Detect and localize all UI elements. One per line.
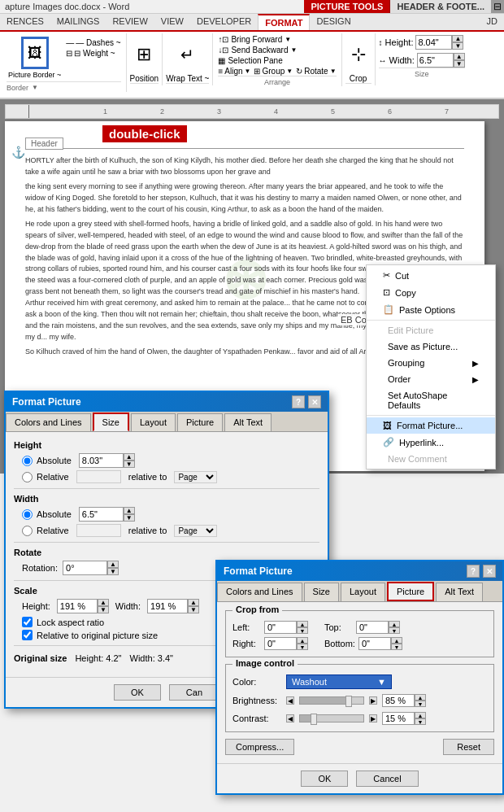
contrast-right-btn[interactable]: ▶ — [369, 714, 377, 723]
rotation-input[interactable] — [63, 561, 107, 575]
height-input[interactable] — [415, 35, 452, 50]
brightness-up[interactable]: ▲ — [415, 694, 426, 701]
ctx-set-autoshape[interactable]: Set AutoShape Defaults — [367, 387, 495, 413]
header-footer-tab[interactable]: HEADER & FOOTE... — [390, 0, 491, 13]
crop-bottom-down[interactable]: ▼ — [391, 644, 402, 650]
width-input[interactable] — [417, 53, 454, 68]
group-button[interactable]: ⊞ Group ▼ — [254, 67, 293, 76]
dashes-button[interactable]: — — Dashes ~ — [66, 38, 120, 47]
position-button[interactable]: ⊞ Position — [130, 35, 159, 83]
bring-forward-button[interactable]: ↑⊡ Bring Forward ▼ — [218, 35, 336, 44]
dialog1-tab-size[interactable]: Size — [93, 413, 129, 431]
ctx-edit-picture[interactable]: Edit Picture — [367, 322, 495, 338]
contrast-down[interactable]: ▼ — [415, 718, 426, 725]
scale-h-down[interactable]: ▼ — [98, 606, 109, 613]
relative-orig-check[interactable] — [22, 630, 33, 640]
crop-top-input[interactable] — [356, 621, 389, 634]
dialog2-ok-btn[interactable]: OK — [301, 771, 348, 787]
dialog2-tab-colors[interactable]: Colors and Lines — [217, 583, 302, 601]
width-down-btn[interactable]: ▼ — [454, 60, 465, 68]
rotate-button[interactable]: ↻ Rotate ▼ — [296, 67, 336, 76]
width-up-btn[interactable]: ▲ — [454, 53, 465, 60]
width-abs-down[interactable]: ▼ — [124, 514, 135, 522]
dialog2-tab-size[interactable]: Size — [304, 583, 339, 601]
scale-height-input[interactable] — [57, 599, 98, 613]
height-absolute-radio[interactable] — [22, 456, 33, 466]
ctx-hyperlink[interactable]: 🔗 Hyperlink... — [367, 434, 495, 451]
dialog1-tab-colors[interactable]: Colors and Lines — [6, 413, 91, 431]
height-down-btn[interactable]: ▼ — [452, 42, 463, 50]
crop-right-input[interactable] — [264, 637, 297, 650]
align-button[interactable]: ≡ Align ▼ — [218, 67, 250, 76]
ctx-new-comment[interactable]: New Comment — [367, 451, 495, 467]
crop-top-down[interactable]: ▼ — [389, 627, 400, 634]
tab-developer[interactable]: DEVELOPER — [190, 14, 258, 30]
tab-review[interactable]: REVIEW — [106, 14, 154, 30]
dialog2-cancel-btn[interactable]: Cancel — [356, 771, 418, 787]
ctx-copy[interactable]: ⊡ Copy — [367, 284, 495, 301]
tab-design[interactable]: DESIGN — [310, 14, 357, 30]
contrast-thumb[interactable] — [311, 714, 317, 725]
brightness-thumb[interactable] — [345, 696, 352, 707]
picture-tools-tab[interactable]: PICTURE TOOLS — [304, 0, 390, 13]
dialog1-tab-layout[interactable]: Layout — [131, 413, 176, 431]
crop-left-up[interactable]: ▲ — [297, 621, 308, 627]
scale-h-up[interactable]: ▲ — [98, 599, 109, 606]
color-dropdown[interactable]: Washout ▼ — [286, 674, 392, 689]
dialog2-help-btn[interactable]: ? — [467, 565, 480, 578]
crop-right-up[interactable]: ▲ — [297, 637, 308, 644]
dialog1-help-btn[interactable]: ? — [292, 395, 305, 408]
tab-rences[interactable]: RENCES — [0, 14, 50, 30]
dialog2-tab-alttext[interactable]: Alt Text — [436, 583, 483, 601]
rotation-down[interactable]: ▼ — [107, 568, 119, 575]
ctx-order[interactable]: Order ▶ — [367, 371, 495, 387]
scale-width-input[interactable] — [147, 599, 188, 613]
height-up-btn[interactable]: ▲ — [452, 35, 463, 42]
reset-btn-2[interactable]: Reset — [443, 739, 494, 755]
crop-left-input[interactable] — [264, 621, 297, 634]
tab-mailings[interactable]: MAILINGS — [50, 14, 106, 30]
crop-bottom-input[interactable] — [358, 637, 391, 650]
ctx-paste-options[interactable]: 📋 Paste Options — [367, 301, 495, 318]
width-absolute-radio[interactable] — [22, 509, 33, 520]
width-rel-input[interactable] — [76, 524, 121, 537]
crop-right-down[interactable]: ▼ — [297, 644, 308, 650]
width-rel-to-select[interactable]: Page Margin — [174, 525, 217, 537]
height-relative-radio[interactable] — [22, 472, 33, 482]
height-abs-down[interactable]: ▼ — [124, 461, 135, 468]
tab-format[interactable]: FORMAT — [258, 14, 310, 30]
weight-button[interactable]: ⊟ ⊟ Weight ~ — [66, 49, 120, 58]
height-rel-to-select[interactable]: Page Margin — [174, 471, 217, 483]
brightness-slider[interactable] — [299, 696, 364, 705]
dialog1-cancel-btn[interactable]: Can — [169, 684, 219, 701]
crop-button[interactable]: ⊹ Crop — [345, 35, 371, 83]
width-abs-up[interactable]: ▲ — [124, 507, 135, 514]
dialog1-tab-picture[interactable]: Picture — [177, 413, 223, 431]
contrast-input[interactable] — [382, 712, 415, 725]
ctx-format-picture[interactable]: 🖼 Format Picture... — [367, 417, 495, 434]
rotation-up[interactable]: ▲ — [107, 561, 119, 568]
height-abs-input[interactable] — [79, 453, 124, 468]
tab-jd[interactable]: JD — [480, 14, 504, 30]
contrast-up[interactable]: ▲ — [415, 712, 426, 718]
tab-view[interactable]: VIEW — [154, 14, 190, 30]
width-relative-radio[interactable] — [22, 526, 33, 536]
dialog1-close-btn[interactable]: ✕ — [308, 395, 321, 408]
height-rel-input[interactable] — [76, 470, 121, 483]
ctx-cut[interactable]: ✂ Cut — [367, 267, 495, 284]
dialog2-tab-layout[interactable]: Layout — [341, 583, 385, 601]
contrast-left-btn[interactable]: ◀ — [286, 714, 294, 723]
dialog2-tab-picture[interactable]: Picture — [387, 582, 434, 601]
brightness-input[interactable] — [382, 694, 415, 707]
compress-btn[interactable]: Compress... — [225, 739, 294, 755]
maximize-btn[interactable]: ⊟ — [491, 0, 504, 13]
ctx-save-as-picture[interactable]: Save as Picture... — [367, 338, 495, 355]
crop-top-up[interactable]: ▲ — [389, 621, 400, 627]
crop-bottom-up[interactable]: ▲ — [391, 637, 402, 644]
scale-w-up[interactable]: ▲ — [188, 599, 199, 606]
ctx-grouping[interactable]: Grouping ▶ — [367, 355, 495, 371]
dialog2-close-btn[interactable]: ✕ — [483, 565, 496, 578]
scale-w-down[interactable]: ▼ — [188, 606, 199, 613]
brightness-left-btn[interactable]: ◀ — [286, 696, 294, 705]
contrast-slider[interactable] — [299, 714, 364, 723]
